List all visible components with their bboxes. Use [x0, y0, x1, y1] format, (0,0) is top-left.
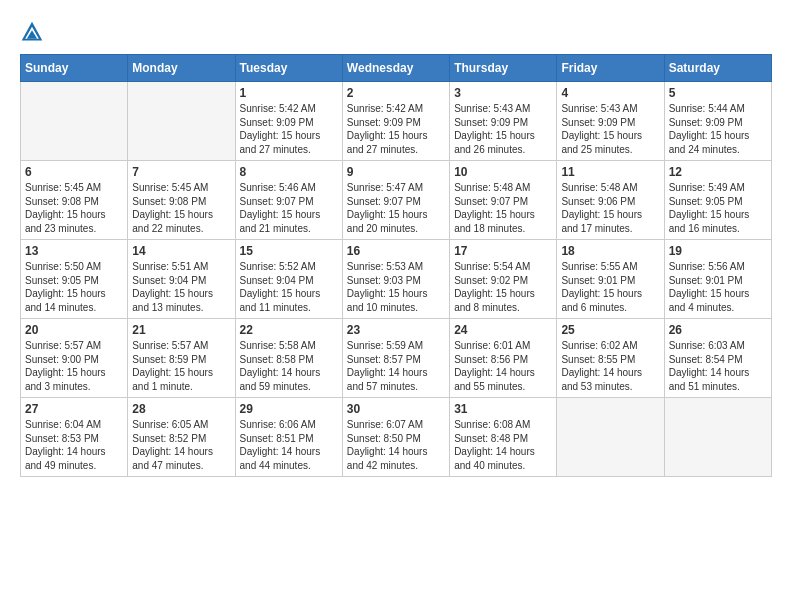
- calendar-cell: 4Sunrise: 5:43 AM Sunset: 9:09 PM Daylig…: [557, 82, 664, 161]
- day-info: Sunrise: 5:57 AM Sunset: 8:59 PM Dayligh…: [132, 339, 230, 393]
- day-number: 11: [561, 165, 659, 179]
- calendar-cell: 16Sunrise: 5:53 AM Sunset: 9:03 PM Dayli…: [342, 240, 449, 319]
- calendar-cell: 11Sunrise: 5:48 AM Sunset: 9:06 PM Dayli…: [557, 161, 664, 240]
- day-info: Sunrise: 5:56 AM Sunset: 9:01 PM Dayligh…: [669, 260, 767, 314]
- calendar-week-row: 6Sunrise: 5:45 AM Sunset: 9:08 PM Daylig…: [21, 161, 772, 240]
- day-number: 31: [454, 402, 552, 416]
- day-number: 2: [347, 86, 445, 100]
- day-info: Sunrise: 5:42 AM Sunset: 9:09 PM Dayligh…: [347, 102, 445, 156]
- column-header-wednesday: Wednesday: [342, 55, 449, 82]
- day-info: Sunrise: 5:44 AM Sunset: 9:09 PM Dayligh…: [669, 102, 767, 156]
- day-number: 22: [240, 323, 338, 337]
- calendar-cell: [128, 82, 235, 161]
- day-info: Sunrise: 5:54 AM Sunset: 9:02 PM Dayligh…: [454, 260, 552, 314]
- day-number: 23: [347, 323, 445, 337]
- day-number: 5: [669, 86, 767, 100]
- day-number: 12: [669, 165, 767, 179]
- day-number: 14: [132, 244, 230, 258]
- day-number: 17: [454, 244, 552, 258]
- calendar-cell: 10Sunrise: 5:48 AM Sunset: 9:07 PM Dayli…: [450, 161, 557, 240]
- calendar-cell: [664, 398, 771, 477]
- day-number: 25: [561, 323, 659, 337]
- day-info: Sunrise: 6:07 AM Sunset: 8:50 PM Dayligh…: [347, 418, 445, 472]
- calendar-cell: 2Sunrise: 5:42 AM Sunset: 9:09 PM Daylig…: [342, 82, 449, 161]
- day-number: 30: [347, 402, 445, 416]
- day-number: 24: [454, 323, 552, 337]
- day-info: Sunrise: 5:59 AM Sunset: 8:57 PM Dayligh…: [347, 339, 445, 393]
- calendar-cell: 15Sunrise: 5:52 AM Sunset: 9:04 PM Dayli…: [235, 240, 342, 319]
- logo: [20, 20, 48, 44]
- day-info: Sunrise: 5:46 AM Sunset: 9:07 PM Dayligh…: [240, 181, 338, 235]
- day-info: Sunrise: 6:04 AM Sunset: 8:53 PM Dayligh…: [25, 418, 123, 472]
- column-header-tuesday: Tuesday: [235, 55, 342, 82]
- day-info: Sunrise: 6:08 AM Sunset: 8:48 PM Dayligh…: [454, 418, 552, 472]
- calendar-cell: 24Sunrise: 6:01 AM Sunset: 8:56 PM Dayli…: [450, 319, 557, 398]
- column-header-sunday: Sunday: [21, 55, 128, 82]
- calendar-cell: 19Sunrise: 5:56 AM Sunset: 9:01 PM Dayli…: [664, 240, 771, 319]
- day-info: Sunrise: 6:01 AM Sunset: 8:56 PM Dayligh…: [454, 339, 552, 393]
- day-info: Sunrise: 5:50 AM Sunset: 9:05 PM Dayligh…: [25, 260, 123, 314]
- calendar-cell: [557, 398, 664, 477]
- calendar-cell: 12Sunrise: 5:49 AM Sunset: 9:05 PM Dayli…: [664, 161, 771, 240]
- column-header-monday: Monday: [128, 55, 235, 82]
- calendar-table: SundayMondayTuesdayWednesdayThursdayFrid…: [20, 54, 772, 477]
- day-number: 16: [347, 244, 445, 258]
- calendar-cell: 28Sunrise: 6:05 AM Sunset: 8:52 PM Dayli…: [128, 398, 235, 477]
- calendar-cell: 21Sunrise: 5:57 AM Sunset: 8:59 PM Dayli…: [128, 319, 235, 398]
- day-number: 26: [669, 323, 767, 337]
- day-info: Sunrise: 5:45 AM Sunset: 9:08 PM Dayligh…: [25, 181, 123, 235]
- calendar-cell: 20Sunrise: 5:57 AM Sunset: 9:00 PM Dayli…: [21, 319, 128, 398]
- day-number: 4: [561, 86, 659, 100]
- day-number: 19: [669, 244, 767, 258]
- calendar-cell: 22Sunrise: 5:58 AM Sunset: 8:58 PM Dayli…: [235, 319, 342, 398]
- day-number: 9: [347, 165, 445, 179]
- day-number: 7: [132, 165, 230, 179]
- day-info: Sunrise: 5:43 AM Sunset: 9:09 PM Dayligh…: [561, 102, 659, 156]
- day-info: Sunrise: 5:47 AM Sunset: 9:07 PM Dayligh…: [347, 181, 445, 235]
- calendar-cell: 26Sunrise: 6:03 AM Sunset: 8:54 PM Dayli…: [664, 319, 771, 398]
- day-number: 20: [25, 323, 123, 337]
- calendar-cell: 5Sunrise: 5:44 AM Sunset: 9:09 PM Daylig…: [664, 82, 771, 161]
- calendar-cell: 9Sunrise: 5:47 AM Sunset: 9:07 PM Daylig…: [342, 161, 449, 240]
- day-info: Sunrise: 6:02 AM Sunset: 8:55 PM Dayligh…: [561, 339, 659, 393]
- calendar-cell: 3Sunrise: 5:43 AM Sunset: 9:09 PM Daylig…: [450, 82, 557, 161]
- calendar-cell: 29Sunrise: 6:06 AM Sunset: 8:51 PM Dayli…: [235, 398, 342, 477]
- day-info: Sunrise: 5:43 AM Sunset: 9:09 PM Dayligh…: [454, 102, 552, 156]
- day-info: Sunrise: 5:42 AM Sunset: 9:09 PM Dayligh…: [240, 102, 338, 156]
- calendar-cell: 14Sunrise: 5:51 AM Sunset: 9:04 PM Dayli…: [128, 240, 235, 319]
- calendar-cell: 23Sunrise: 5:59 AM Sunset: 8:57 PM Dayli…: [342, 319, 449, 398]
- day-number: 10: [454, 165, 552, 179]
- logo-icon: [20, 20, 44, 44]
- day-number: 29: [240, 402, 338, 416]
- calendar-cell: 7Sunrise: 5:45 AM Sunset: 9:08 PM Daylig…: [128, 161, 235, 240]
- calendar-cell: 25Sunrise: 6:02 AM Sunset: 8:55 PM Dayli…: [557, 319, 664, 398]
- column-header-friday: Friday: [557, 55, 664, 82]
- calendar-cell: 13Sunrise: 5:50 AM Sunset: 9:05 PM Dayli…: [21, 240, 128, 319]
- day-number: 27: [25, 402, 123, 416]
- day-number: 13: [25, 244, 123, 258]
- day-info: Sunrise: 5:49 AM Sunset: 9:05 PM Dayligh…: [669, 181, 767, 235]
- day-info: Sunrise: 5:55 AM Sunset: 9:01 PM Dayligh…: [561, 260, 659, 314]
- day-info: Sunrise: 6:06 AM Sunset: 8:51 PM Dayligh…: [240, 418, 338, 472]
- calendar-cell: [21, 82, 128, 161]
- calendar-cell: 17Sunrise: 5:54 AM Sunset: 9:02 PM Dayli…: [450, 240, 557, 319]
- day-info: Sunrise: 5:57 AM Sunset: 9:00 PM Dayligh…: [25, 339, 123, 393]
- calendar-week-row: 13Sunrise: 5:50 AM Sunset: 9:05 PM Dayli…: [21, 240, 772, 319]
- day-number: 6: [25, 165, 123, 179]
- day-number: 21: [132, 323, 230, 337]
- calendar-week-row: 1Sunrise: 5:42 AM Sunset: 9:09 PM Daylig…: [21, 82, 772, 161]
- day-info: Sunrise: 5:51 AM Sunset: 9:04 PM Dayligh…: [132, 260, 230, 314]
- day-number: 28: [132, 402, 230, 416]
- day-number: 1: [240, 86, 338, 100]
- column-header-saturday: Saturday: [664, 55, 771, 82]
- day-info: Sunrise: 6:03 AM Sunset: 8:54 PM Dayligh…: [669, 339, 767, 393]
- day-info: Sunrise: 6:05 AM Sunset: 8:52 PM Dayligh…: [132, 418, 230, 472]
- day-number: 8: [240, 165, 338, 179]
- calendar-cell: 31Sunrise: 6:08 AM Sunset: 8:48 PM Dayli…: [450, 398, 557, 477]
- column-header-thursday: Thursday: [450, 55, 557, 82]
- calendar-cell: 27Sunrise: 6:04 AM Sunset: 8:53 PM Dayli…: [21, 398, 128, 477]
- calendar-cell: 6Sunrise: 5:45 AM Sunset: 9:08 PM Daylig…: [21, 161, 128, 240]
- day-info: Sunrise: 5:45 AM Sunset: 9:08 PM Dayligh…: [132, 181, 230, 235]
- day-info: Sunrise: 5:48 AM Sunset: 9:06 PM Dayligh…: [561, 181, 659, 235]
- day-info: Sunrise: 5:52 AM Sunset: 9:04 PM Dayligh…: [240, 260, 338, 314]
